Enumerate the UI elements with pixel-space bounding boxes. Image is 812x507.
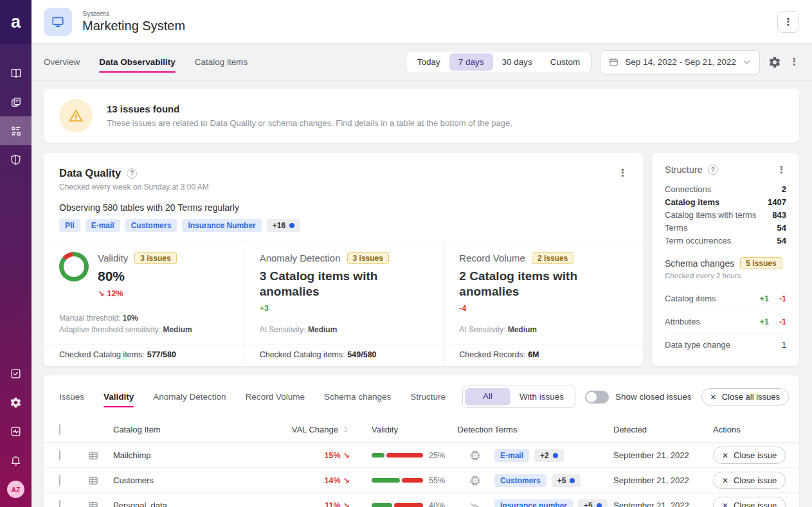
validity-percent: 55% xyxy=(429,476,445,485)
row-checkbox[interactable] xyxy=(59,500,60,507)
table-row[interactable]: Customers 14%↘ 55% AI Customers +5 Septe… xyxy=(44,468,799,494)
structure-kebab[interactable]: ⋮ xyxy=(777,165,786,175)
sort-icon[interactable] xyxy=(341,425,350,434)
validity-details: Manual threshold: 10% Adaptive threshold… xyxy=(59,312,228,336)
term-chip[interactable]: Customers xyxy=(494,474,546,487)
more-terms-chip[interactable]: +5 xyxy=(552,474,581,487)
issues-section: Issues Validity Anomaly Detection Record… xyxy=(44,375,799,507)
title-block: Systems Marketing System xyxy=(82,10,185,33)
close-all-issues-button[interactable]: ✕ Close all issues xyxy=(701,388,789,405)
breadcrumb[interactable]: Systems xyxy=(82,10,185,17)
validity-value: 80% xyxy=(98,269,177,284)
col-terms[interactable]: Terms xyxy=(494,425,613,434)
schema-changes-subtitle: Checked every 2 hours xyxy=(665,272,786,280)
term-chip[interactable]: Insurance Number xyxy=(182,219,261,232)
ai-chip-icon: AI xyxy=(469,449,482,462)
checked-catalog-items: Checked Catalog items:577/580 xyxy=(44,344,244,366)
app-logo[interactable]: a xyxy=(0,0,32,44)
catalog-item-name[interactable]: Personal_data xyxy=(113,501,266,507)
user-avatar[interactable]: AZ xyxy=(7,481,24,498)
detected-date: September 21, 2022 xyxy=(613,501,713,507)
anomaly-value: 3 Catalog items with anomalies xyxy=(260,269,398,299)
date-range-picker[interactable]: Sep 14, 2022 - Sep 21, 2022 xyxy=(600,50,760,75)
more-terms-chip[interactable]: +16 xyxy=(267,219,300,232)
sidebar-item-data-observability[interactable] xyxy=(0,116,32,145)
header-kebab-button[interactable]: ⋮ xyxy=(777,11,799,33)
term-chip[interactable]: PII xyxy=(59,219,80,232)
row-checkbox[interactable] xyxy=(59,450,60,461)
content-area: 13 issues found These issues are related… xyxy=(32,81,812,507)
issues-banner: 13 issues found These issues are related… xyxy=(44,89,799,143)
issue-tab-schema-changes[interactable]: Schema changes xyxy=(324,388,391,405)
schema-issues-badge[interactable]: 5 issues xyxy=(740,257,782,269)
segment-7-days[interactable]: 7 days xyxy=(449,53,493,71)
issue-tab-anomaly-detection[interactable]: Anomaly Detection xyxy=(153,388,226,405)
table-icon xyxy=(87,450,113,461)
data-quality-header: Data Quality ? ⋮ Checked every week on S… xyxy=(44,153,643,242)
issue-tab-record-volume[interactable]: Record Volume xyxy=(246,388,305,405)
col-detection[interactable]: Detection xyxy=(458,425,493,434)
book-icon xyxy=(10,67,23,80)
banner-description: These issues are related to Data Quality… xyxy=(107,118,512,128)
detected-date: September 21, 2022 xyxy=(613,450,713,460)
metrics-grid: Validity 3 issues 80% ↘ 12% xyxy=(44,242,643,344)
checked-catalog-items: Checked Catalog items:549/580 xyxy=(244,344,444,366)
term-chip[interactable]: Insurance number xyxy=(494,499,573,507)
issue-tab-issues[interactable]: Issues xyxy=(59,388,84,405)
toolbar-kebab-button[interactable]: ⋮ xyxy=(789,57,799,67)
tabs-bar: Overview Data Observability Catalog item… xyxy=(32,44,812,81)
filter-all[interactable]: All xyxy=(465,388,510,405)
close-issue-button[interactable]: ✕Close issue xyxy=(713,497,786,507)
sidebar-item-documents[interactable] xyxy=(0,87,32,116)
close-issue-button[interactable]: ✕Close issue xyxy=(713,447,786,464)
val-change: 11%↘ xyxy=(325,501,350,507)
close-icon: ✕ xyxy=(722,501,728,507)
sidebar-item-catalog[interactable] xyxy=(0,58,32,87)
help-icon[interactable]: ? xyxy=(127,168,137,179)
validity-cell: 40% xyxy=(350,501,456,507)
term-chip[interactable]: Customers xyxy=(125,219,177,232)
sidebar-item-protection[interactable] xyxy=(0,145,32,174)
term-chip[interactable]: E-mail xyxy=(86,219,120,232)
segment-today[interactable]: Today xyxy=(408,53,449,71)
col-detected[interactable]: Detected xyxy=(613,425,713,434)
catalog-item-name[interactable]: Customers xyxy=(113,476,266,485)
col-validity[interactable]: Validity xyxy=(350,425,456,434)
sidebar-item-notifications[interactable] xyxy=(0,446,32,475)
segment-30-days[interactable]: 30 days xyxy=(493,53,541,71)
settings-button[interactable] xyxy=(768,56,781,69)
more-terms-chip[interactable]: +5 xyxy=(578,499,608,507)
show-closed-issues-toggle[interactable] xyxy=(585,391,609,404)
sidebar-item-tasks[interactable] xyxy=(0,359,32,388)
sidebar-item-monitoring[interactable] xyxy=(0,417,32,446)
term-chip[interactable]: E-mail xyxy=(494,449,529,462)
filter-with-issues[interactable]: With issues xyxy=(510,388,573,405)
issues-badge[interactable]: 3 issues xyxy=(347,252,389,264)
table-icon xyxy=(87,475,113,486)
sidebar-item-settings[interactable] xyxy=(0,388,32,417)
more-terms-chip[interactable]: +2 xyxy=(534,449,564,462)
help-icon[interactable]: ? xyxy=(708,165,718,175)
issue-tab-validity[interactable]: Validity xyxy=(104,388,134,405)
issues-badge[interactable]: 3 issues xyxy=(134,252,176,264)
col-catalog-item[interactable]: Catalog Item xyxy=(113,425,266,434)
catalog-item-name[interactable]: Mailchimp xyxy=(113,450,266,460)
issues-badge[interactable]: 2 issues xyxy=(532,252,573,264)
stat-row: Catalog items1407 xyxy=(665,195,786,208)
tab-catalog-items[interactable]: Catalog items xyxy=(195,53,248,71)
issues-header: Issues Validity Anomaly Detection Record… xyxy=(44,386,799,416)
trend-down-icon xyxy=(469,500,481,507)
segment-custom[interactable]: Custom xyxy=(541,53,590,71)
close-issue-button[interactable]: ✕Close issue xyxy=(713,472,786,489)
row-checkbox[interactable] xyxy=(59,475,60,486)
tab-data-observability[interactable]: Data Observability xyxy=(99,53,176,71)
col-val-change[interactable]: VAL Change xyxy=(292,425,350,434)
table-row[interactable]: Personal_data 11%↘ 40% AI Insurance numb… xyxy=(44,494,799,507)
issue-tab-structure[interactable]: Structure xyxy=(410,388,446,405)
data-quality-kebab[interactable]: ⋮ xyxy=(618,168,627,178)
tab-overview[interactable]: Overview xyxy=(44,53,80,71)
select-all-checkbox[interactable] xyxy=(59,424,60,435)
val-change: 14%↘ xyxy=(324,476,350,485)
table-row[interactable]: Mailchimp 15%↘ 25% AI E-mail +2 Septembe… xyxy=(44,443,799,468)
term-dot-icon xyxy=(289,223,294,228)
